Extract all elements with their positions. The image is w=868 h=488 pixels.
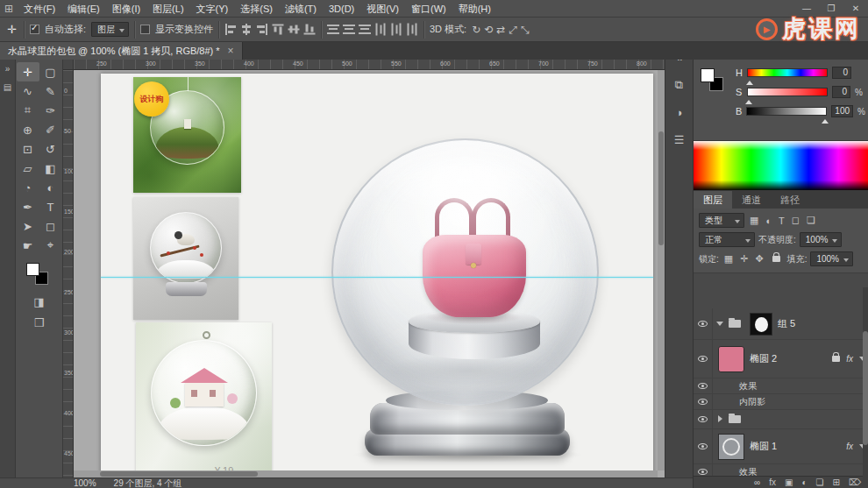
quick-mask-button[interactable]: ◨ [33, 295, 44, 308]
visibility-toggle[interactable] [694, 308, 713, 339]
distribute-center-icon[interactable] [390, 24, 402, 36]
visibility-toggle[interactable] [694, 410, 713, 428]
brightness-value[interactable]: 100 [831, 105, 853, 117]
panel-scrollbar[interactable] [863, 287, 868, 480]
pen-tool[interactable]: ✒ [17, 197, 39, 216]
menu-item-7[interactable]: 3D(D) [323, 0, 360, 18]
hand-tool[interactable]: ☛ [17, 236, 39, 255]
screen-mode-button[interactable]: ❒ [34, 316, 45, 329]
menu-item-5[interactable]: 选择(S) [234, 0, 279, 18]
effect-name[interactable]: 效果 [739, 466, 757, 477]
path-selection-tool[interactable]: ➤ [17, 216, 39, 236]
distribute-right-icon[interactable] [406, 24, 417, 36]
move-tool[interactable]: ✛ [17, 62, 39, 81]
fx-badge[interactable]: fx [846, 354, 853, 364]
menu-item-9[interactable]: 窗口(W) [405, 0, 452, 18]
eyedropper-tool[interactable]: ✑ [39, 101, 62, 120]
color-spectrum-ramp[interactable] [694, 140, 868, 191]
hue-value[interactable]: 0 [832, 67, 851, 79]
filter-shape-icon[interactable]: ◻ [792, 215, 800, 226]
current-tool-icon[interactable]: ✛ [5, 23, 18, 36]
scrollbar-thumb[interactable] [100, 471, 258, 477]
brush-tool[interactable]: ✐ [39, 120, 62, 139]
3d-roll-icon[interactable]: ⟲ [484, 24, 493, 36]
document-tab[interactable]: 水晶球里的包包 @ 100% (椭圆 1 拷贝, RGB/8#) * × [0, 42, 243, 60]
3d-slide-icon[interactable]: ⤢ [509, 24, 517, 36]
canvas[interactable]: 设计狗 [74, 70, 665, 477]
saturation-slider[interactable] [747, 88, 828, 96]
blend-mode-dropdown[interactable]: 正常 [699, 232, 755, 247]
tab-layers[interactable]: 图层 [694, 191, 732, 209]
foreground-color-swatch[interactable] [26, 263, 39, 276]
zoom-tool[interactable]: ⌖ [39, 236, 62, 255]
menu-item-4[interactable]: 文字(Y) [190, 0, 235, 18]
hue-slider[interactable] [747, 68, 828, 77]
lock-position-icon[interactable]: ✥ [755, 253, 763, 265]
link-layers-icon[interactable]: ∞ [754, 477, 760, 488]
align-right-icon[interactable] [256, 24, 268, 35]
horizontal-ruler[interactable]: 250300350400450500550600650700750800 [74, 60, 665, 70]
adjustment-layer-icon[interactable]: ◐ [801, 477, 807, 488]
zoom-level[interactable]: 100% [74, 478, 96, 488]
eraser-tool[interactable]: ▱ [17, 159, 39, 178]
clone-stamp-tool[interactable]: ⊡ [17, 139, 39, 159]
lasso-tool[interactable]: ∿ [17, 81, 39, 101]
filter-smart-icon[interactable]: ❏ [807, 215, 815, 226]
lock-transparent-icon[interactable]: ▦ [724, 253, 733, 265]
align-center-horizontal-icon[interactable] [240, 24, 253, 35]
layer-effects-icon[interactable]: fx [769, 477, 776, 488]
vertical-scrollbar[interactable] [658, 70, 665, 470]
align-bottom-icon[interactable] [303, 24, 315, 36]
align-left-icon[interactable] [224, 24, 237, 35]
new-layer-icon[interactable]: ⊞ [832, 477, 839, 488]
layer-row-ellipse-2[interactable]: 椭圆 2 fx [694, 340, 868, 378]
layer-row-effects[interactable]: 效果 [694, 378, 868, 394]
distribute-top-icon[interactable] [327, 24, 339, 35]
color-panel-icon[interactable]: ⧉ [675, 78, 683, 92]
layer-thumbnail[interactable] [718, 346, 744, 372]
info-panel-icon[interactable]: ☰ [674, 133, 685, 146]
crop-tool[interactable]: ⌗ [17, 101, 39, 120]
layer-row-inner-shadow[interactable]: 内阴影 [694, 394, 868, 410]
scrollbar-thumb[interactable] [658, 131, 664, 245]
layer-row-effects[interactable]: 效果 [694, 464, 868, 476]
show-transform-checkbox[interactable] [140, 25, 150, 34]
effect-name[interactable]: 效果 [739, 380, 757, 393]
group-mask-thumbnail[interactable] [750, 313, 772, 336]
filter-adjustment-icon[interactable]: ◐ [765, 216, 772, 226]
expand-icon[interactable] [715, 319, 725, 329]
add-layer-mask-icon[interactable]: ▣ [785, 477, 793, 488]
auto-select-target-dropdown[interactable]: 图层 [91, 22, 129, 37]
brightness-slider[interactable] [746, 107, 827, 116]
quick-selection-tool[interactable]: ✎ [39, 81, 62, 101]
layer-thumbnail[interactable] [718, 434, 744, 460]
history-brush-tool[interactable]: ↺ [39, 139, 62, 159]
menu-item-0[interactable]: 文件(F) [18, 0, 61, 18]
fill-dropdown[interactable]: 100% [810, 251, 853, 266]
fx-badge[interactable]: fx [846, 442, 853, 451]
distribute-left-icon[interactable] [374, 24, 386, 36]
visibility-toggle[interactable] [694, 378, 713, 393]
menu-item-10[interactable]: 帮助(H) [452, 0, 497, 18]
blur-tool[interactable]: ◔ [17, 178, 39, 197]
mini-panel-icon[interactable]: ▤ [4, 82, 11, 92]
visibility-toggle[interactable] [694, 429, 713, 463]
vertical-ruler[interactable]: 050100150200250300350400450 [63, 70, 74, 477]
visibility-toggle[interactable] [694, 340, 713, 378]
close-button[interactable]: ✕ [843, 0, 868, 18]
tab-paths[interactable]: 路径 [771, 191, 809, 209]
distribute-bottom-icon[interactable] [359, 24, 371, 35]
lock-all-icon[interactable] [772, 256, 780, 262]
slider-thumb[interactable] [822, 116, 829, 124]
layer-name[interactable]: 椭圆 2 [750, 352, 777, 365]
expand-panels-icon[interactable]: » [5, 64, 11, 74]
menu-item-3[interactable]: 图层(L) [146, 0, 189, 18]
3d-drag-icon[interactable]: ⇄ [496, 24, 505, 36]
filter-type-dropdown[interactable]: 类型 [699, 213, 744, 228]
tab-close-icon[interactable]: × [228, 42, 234, 60]
3d-scale-icon[interactable]: ⤡ [521, 24, 530, 36]
tab-channels[interactable]: 通道 [732, 191, 771, 209]
saturation-value[interactable]: 0 [832, 86, 851, 98]
shape-tool[interactable]: ◻ [39, 216, 62, 236]
dodge-tool[interactable]: ◐ [39, 178, 62, 197]
